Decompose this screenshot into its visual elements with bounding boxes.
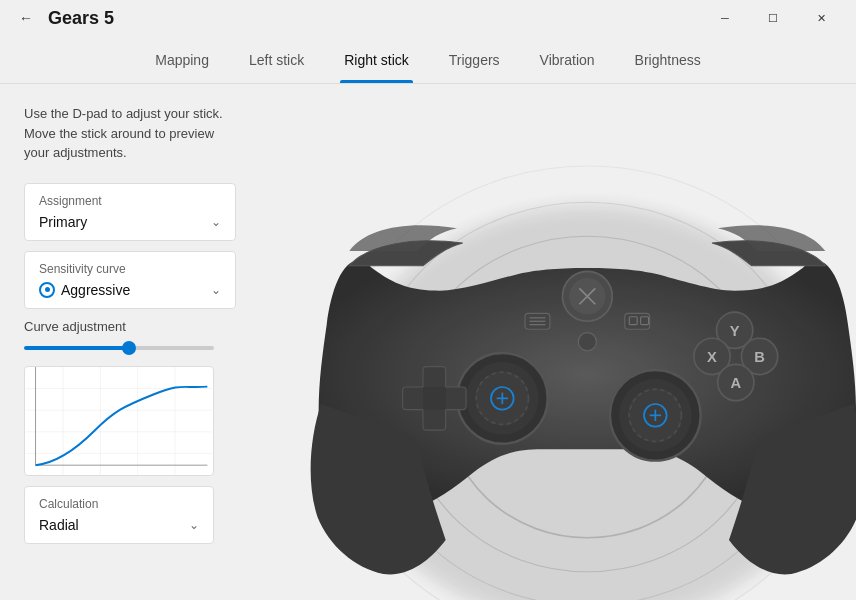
controller-image: Y X B A — [260, 84, 856, 600]
sensitivity-graph — [24, 366, 214, 476]
svg-rect-41 — [403, 387, 426, 410]
left-panel: Use the D-pad to adjust your stick.Move … — [0, 84, 260, 600]
tab-triggers[interactable]: Triggers — [445, 36, 504, 83]
assignment-box: Assignment Primary ⌄ — [24, 183, 236, 241]
assignment-chevron-icon: ⌄ — [211, 215, 221, 229]
assignment-label: Assignment — [39, 194, 221, 208]
sensitivity-curve-chevron-icon: ⌄ — [211, 283, 221, 297]
maximize-button[interactable]: ☐ — [750, 2, 796, 34]
calculation-chevron-icon: ⌄ — [189, 518, 199, 532]
hint-text: Use the D-pad to adjust your stick.Move … — [24, 104, 236, 163]
sensitivity-curve-box: Sensitivity curve Aggressive ⌄ — [24, 251, 236, 309]
calculation-box: Calculation Radial ⌄ — [24, 486, 214, 544]
assignment-dropdown[interactable]: Primary ⌄ — [39, 214, 221, 230]
svg-text:Y: Y — [730, 323, 740, 339]
svg-rect-43 — [443, 387, 466, 410]
window-controls: ─ ☐ ✕ — [702, 2, 844, 34]
content-area: Use the D-pad to adjust your stick.Move … — [0, 84, 856, 600]
sensitivity-curve-value: Aggressive — [61, 282, 130, 298]
assignment-value: Primary — [39, 214, 87, 230]
graph-svg — [25, 367, 213, 475]
calculation-dropdown[interactable]: Radial ⌄ — [39, 517, 199, 533]
sensitivity-curve-dropdown[interactable]: Aggressive ⌄ — [39, 282, 221, 298]
minimize-button[interactable]: ─ — [702, 2, 748, 34]
calculation-label: Calculation — [39, 497, 199, 511]
svg-point-53 — [578, 333, 596, 351]
close-button[interactable]: ✕ — [798, 2, 844, 34]
tab-vibration[interactable]: Vibration — [536, 36, 599, 83]
titlebar-left: ← Gears 5 — [12, 4, 114, 32]
curve-adjustment-label: Curve adjustment — [24, 319, 236, 334]
svg-rect-40 — [423, 367, 446, 390]
tab-mapping[interactable]: Mapping — [151, 36, 213, 83]
back-button[interactable]: ← — [12, 4, 40, 32]
svg-text:A: A — [730, 375, 741, 391]
tab-brightness[interactable]: Brightness — [631, 36, 705, 83]
tab-left-stick[interactable]: Left stick — [245, 36, 308, 83]
svg-rect-42 — [423, 407, 446, 430]
controller-area: Y X B A — [260, 84, 856, 600]
tab-right-stick[interactable]: Right stick — [340, 36, 413, 83]
svg-text:B: B — [754, 349, 765, 365]
sensitivity-curve-label: Sensitivity curve — [39, 262, 221, 276]
controller-svg: Y X B A — [260, 84, 856, 600]
curve-adjustment-section: Curve adjustment — [24, 319, 236, 354]
app-title: Gears 5 — [48, 8, 114, 29]
svg-text:X: X — [707, 349, 717, 365]
svg-rect-44 — [423, 387, 446, 410]
slider-thumb[interactable] — [122, 341, 136, 355]
curve-adjustment-slider[interactable] — [24, 342, 236, 354]
nav-tabs: Mapping Left stick Right stick Triggers … — [0, 36, 856, 84]
sensitivity-curve-icon — [39, 282, 55, 298]
calculation-value: Radial — [39, 517, 79, 533]
titlebar: ← Gears 5 ─ ☐ ✕ — [0, 0, 856, 36]
slider-track[interactable] — [24, 346, 214, 350]
